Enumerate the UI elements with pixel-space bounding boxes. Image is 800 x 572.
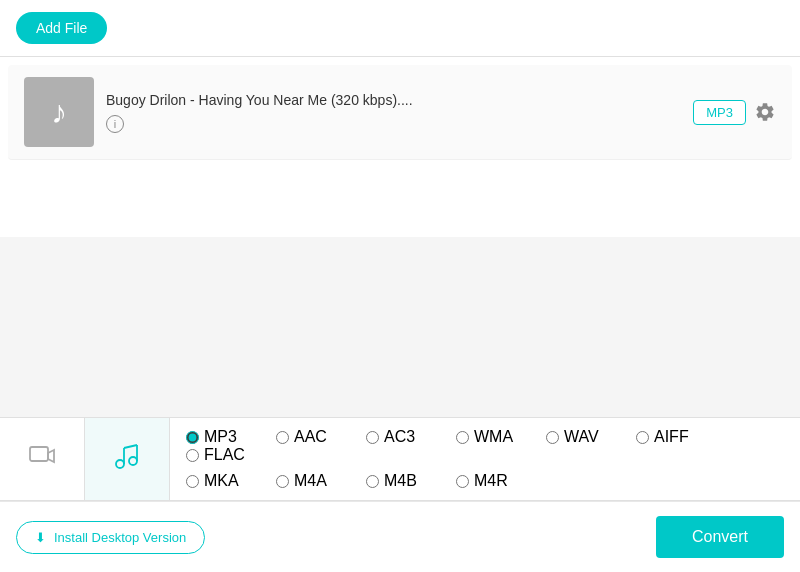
install-button[interactable]: ⬇ Install Desktop Version bbox=[16, 521, 205, 554]
format-aiff-label: AIFF bbox=[654, 428, 689, 446]
radio-wav[interactable] bbox=[546, 431, 559, 444]
format-options: MP3 AAC AC3 WMA WAV bbox=[170, 418, 800, 500]
action-bar: ⬇ Install Desktop Version Convert bbox=[0, 501, 800, 572]
format-wma-label: WMA bbox=[474, 428, 513, 446]
radio-ac3[interactable] bbox=[366, 431, 379, 444]
format-mka[interactable]: MKA bbox=[186, 472, 276, 490]
svg-point-3 bbox=[129, 457, 137, 465]
convert-button[interactable]: Convert bbox=[656, 516, 784, 558]
file-name: Bugoy Drilon - Having You Near Me (320 k… bbox=[106, 92, 681, 108]
format-badge[interactable]: MP3 bbox=[693, 100, 746, 125]
install-label: Install Desktop Version bbox=[54, 530, 186, 545]
format-aac-label: AAC bbox=[294, 428, 327, 446]
empty-area bbox=[0, 237, 800, 417]
radio-m4r[interactable] bbox=[456, 475, 469, 488]
music-note-icon: ♪ bbox=[51, 94, 67, 131]
radio-mp3[interactable] bbox=[186, 431, 199, 444]
format-wma[interactable]: WMA bbox=[456, 428, 546, 446]
svg-point-2 bbox=[116, 460, 124, 468]
tab-audio[interactable] bbox=[85, 418, 170, 500]
format-row-2: MKA M4A M4B M4R bbox=[186, 472, 784, 490]
radio-m4b[interactable] bbox=[366, 475, 379, 488]
format-mka-label: MKA bbox=[204, 472, 239, 490]
settings-icon[interactable] bbox=[754, 101, 776, 123]
format-ac3-label: AC3 bbox=[384, 428, 415, 446]
format-wav[interactable]: WAV bbox=[546, 428, 636, 446]
format-m4a-label: M4A bbox=[294, 472, 327, 490]
format-m4r-label: M4R bbox=[474, 472, 508, 490]
format-wav-label: WAV bbox=[564, 428, 599, 446]
radio-wma[interactable] bbox=[456, 431, 469, 444]
file-list: ♪ Bugoy Drilon - Having You Near Me (320… bbox=[0, 57, 800, 237]
format-mp3-label: MP3 bbox=[204, 428, 237, 446]
radio-m4a[interactable] bbox=[276, 475, 289, 488]
format-row-1: MP3 AAC AC3 WMA WAV bbox=[186, 428, 784, 464]
format-m4b-label: M4B bbox=[384, 472, 417, 490]
audio-tab-icon bbox=[113, 442, 141, 477]
format-mp3[interactable]: MP3 bbox=[186, 428, 276, 446]
svg-line-6 bbox=[124, 445, 137, 448]
format-m4a[interactable]: M4A bbox=[276, 472, 366, 490]
svg-rect-0 bbox=[30, 447, 48, 461]
video-tab-icon bbox=[28, 442, 56, 477]
file-item: ♪ Bugoy Drilon - Having You Near Me (320… bbox=[8, 65, 792, 160]
format-flac[interactable]: FLAC bbox=[186, 446, 276, 464]
info-icon[interactable]: i bbox=[106, 115, 124, 133]
file-thumbnail: ♪ bbox=[24, 77, 94, 147]
download-icon: ⬇ bbox=[35, 530, 46, 545]
format-aiff[interactable]: AIFF bbox=[636, 428, 726, 446]
svg-marker-1 bbox=[48, 450, 54, 462]
file-info: Bugoy Drilon - Having You Near Me (320 k… bbox=[94, 92, 693, 133]
radio-aac[interactable] bbox=[276, 431, 289, 444]
format-flac-label: FLAC bbox=[204, 446, 245, 464]
radio-aiff[interactable] bbox=[636, 431, 649, 444]
radio-flac[interactable] bbox=[186, 449, 199, 462]
format-aac[interactable]: AAC bbox=[276, 428, 366, 446]
radio-mka[interactable] bbox=[186, 475, 199, 488]
add-file-button[interactable]: Add File bbox=[16, 12, 107, 44]
file-actions: MP3 bbox=[693, 100, 776, 125]
format-m4r[interactable]: M4R bbox=[456, 472, 546, 490]
format-tabs: MP3 AAC AC3 WMA WAV bbox=[0, 418, 800, 501]
format-ac3[interactable]: AC3 bbox=[366, 428, 456, 446]
format-m4b[interactable]: M4B bbox=[366, 472, 456, 490]
top-bar: Add File bbox=[0, 0, 800, 57]
bottom-panel: MP3 AAC AC3 WMA WAV bbox=[0, 417, 800, 572]
tab-video[interactable] bbox=[0, 418, 85, 500]
